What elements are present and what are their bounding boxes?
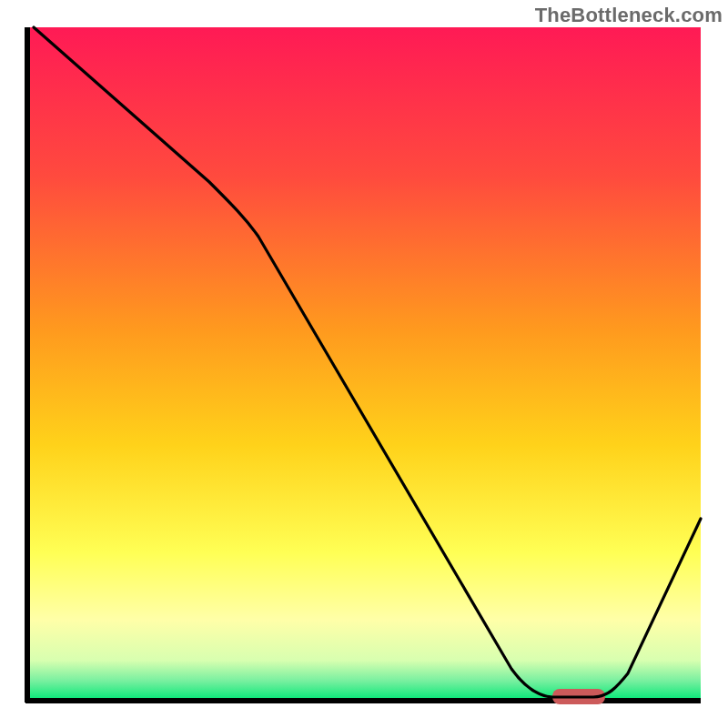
chart-container: TheBottleneck.com [0,0,728,728]
chart-svg [0,0,728,728]
plot-background [27,27,701,701]
